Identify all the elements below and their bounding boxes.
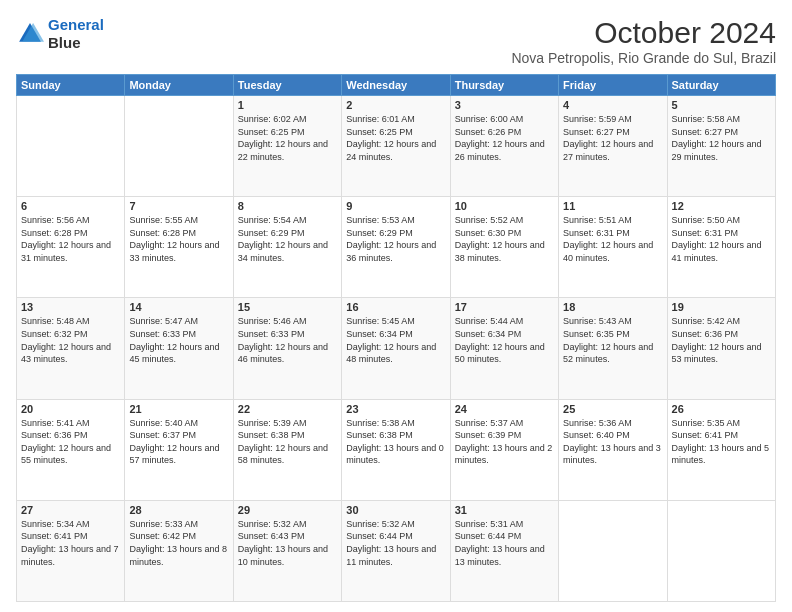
day-number: 22 (238, 403, 337, 415)
calendar-cell: 27Sunrise: 5:34 AMSunset: 6:41 PMDayligh… (17, 500, 125, 601)
day-number: 9 (346, 200, 445, 212)
day-number: 31 (455, 504, 554, 516)
calendar-table: SundayMondayTuesdayWednesdayThursdayFrid… (16, 74, 776, 602)
month-title: October 2024 (511, 16, 776, 50)
day-info: Sunrise: 5:38 AMSunset: 6:38 PMDaylight:… (346, 417, 445, 467)
calendar-cell: 11Sunrise: 5:51 AMSunset: 6:31 PMDayligh… (559, 197, 667, 298)
calendar-cell: 25Sunrise: 5:36 AMSunset: 6:40 PMDayligh… (559, 399, 667, 500)
day-number: 23 (346, 403, 445, 415)
day-number: 20 (21, 403, 120, 415)
day-info: Sunrise: 5:37 AMSunset: 6:39 PMDaylight:… (455, 417, 554, 467)
day-number: 6 (21, 200, 120, 212)
day-number: 2 (346, 99, 445, 111)
calendar-cell: 24Sunrise: 5:37 AMSunset: 6:39 PMDayligh… (450, 399, 558, 500)
day-number: 16 (346, 301, 445, 313)
day-info: Sunrise: 5:40 AMSunset: 6:37 PMDaylight:… (129, 417, 228, 467)
day-info: Sunrise: 5:35 AMSunset: 6:41 PMDaylight:… (672, 417, 771, 467)
day-number: 8 (238, 200, 337, 212)
calendar-cell: 2Sunrise: 6:01 AMSunset: 6:25 PMDaylight… (342, 96, 450, 197)
day-info: Sunrise: 5:48 AMSunset: 6:32 PMDaylight:… (21, 315, 120, 365)
day-info: Sunrise: 5:36 AMSunset: 6:40 PMDaylight:… (563, 417, 662, 467)
calendar-cell: 9Sunrise: 5:53 AMSunset: 6:29 PMDaylight… (342, 197, 450, 298)
calendar-cell: 17Sunrise: 5:44 AMSunset: 6:34 PMDayligh… (450, 298, 558, 399)
weekday-header: Wednesday (342, 75, 450, 96)
weekday-header: Thursday (450, 75, 558, 96)
calendar-cell: 1Sunrise: 6:02 AMSunset: 6:25 PMDaylight… (233, 96, 341, 197)
logo-icon (16, 20, 44, 48)
calendar-cell: 15Sunrise: 5:46 AMSunset: 6:33 PMDayligh… (233, 298, 341, 399)
day-info: Sunrise: 5:53 AMSunset: 6:29 PMDaylight:… (346, 214, 445, 264)
calendar-week-row: 13Sunrise: 5:48 AMSunset: 6:32 PMDayligh… (17, 298, 776, 399)
day-info: Sunrise: 5:42 AMSunset: 6:36 PMDaylight:… (672, 315, 771, 365)
day-info: Sunrise: 5:55 AMSunset: 6:28 PMDaylight:… (129, 214, 228, 264)
day-number: 13 (21, 301, 120, 313)
day-number: 1 (238, 99, 337, 111)
day-info: Sunrise: 5:44 AMSunset: 6:34 PMDaylight:… (455, 315, 554, 365)
calendar-cell: 26Sunrise: 5:35 AMSunset: 6:41 PMDayligh… (667, 399, 775, 500)
day-number: 7 (129, 200, 228, 212)
day-info: Sunrise: 5:45 AMSunset: 6:34 PMDaylight:… (346, 315, 445, 365)
day-number: 15 (238, 301, 337, 313)
title-block: October 2024 Nova Petropolis, Rio Grande… (511, 16, 776, 66)
calendar-cell (125, 96, 233, 197)
calendar-cell: 8Sunrise: 5:54 AMSunset: 6:29 PMDaylight… (233, 197, 341, 298)
day-number: 19 (672, 301, 771, 313)
calendar-cell: 4Sunrise: 5:59 AMSunset: 6:27 PMDaylight… (559, 96, 667, 197)
calendar-cell: 5Sunrise: 5:58 AMSunset: 6:27 PMDaylight… (667, 96, 775, 197)
day-info: Sunrise: 6:00 AMSunset: 6:26 PMDaylight:… (455, 113, 554, 163)
calendar-cell: 23Sunrise: 5:38 AMSunset: 6:38 PMDayligh… (342, 399, 450, 500)
calendar-cell: 16Sunrise: 5:45 AMSunset: 6:34 PMDayligh… (342, 298, 450, 399)
weekday-header: Monday (125, 75, 233, 96)
weekday-header: Saturday (667, 75, 775, 96)
day-info: Sunrise: 6:02 AMSunset: 6:25 PMDaylight:… (238, 113, 337, 163)
calendar-cell: 20Sunrise: 5:41 AMSunset: 6:36 PMDayligh… (17, 399, 125, 500)
page-header: General Blue October 2024 Nova Petropoli… (16, 16, 776, 66)
calendar-cell: 29Sunrise: 5:32 AMSunset: 6:43 PMDayligh… (233, 500, 341, 601)
calendar-week-row: 27Sunrise: 5:34 AMSunset: 6:41 PMDayligh… (17, 500, 776, 601)
calendar-week-row: 1Sunrise: 6:02 AMSunset: 6:25 PMDaylight… (17, 96, 776, 197)
day-number: 5 (672, 99, 771, 111)
calendar-cell: 30Sunrise: 5:32 AMSunset: 6:44 PMDayligh… (342, 500, 450, 601)
calendar-cell: 6Sunrise: 5:56 AMSunset: 6:28 PMDaylight… (17, 197, 125, 298)
day-info: Sunrise: 5:32 AMSunset: 6:43 PMDaylight:… (238, 518, 337, 568)
weekday-header: Friday (559, 75, 667, 96)
day-number: 25 (563, 403, 662, 415)
day-info: Sunrise: 5:33 AMSunset: 6:42 PMDaylight:… (129, 518, 228, 568)
weekday-header: Sunday (17, 75, 125, 96)
day-info: Sunrise: 5:52 AMSunset: 6:30 PMDaylight:… (455, 214, 554, 264)
day-info: Sunrise: 5:32 AMSunset: 6:44 PMDaylight:… (346, 518, 445, 568)
calendar-header-row: SundayMondayTuesdayWednesdayThursdayFrid… (17, 75, 776, 96)
day-number: 10 (455, 200, 554, 212)
day-number: 21 (129, 403, 228, 415)
weekday-header: Tuesday (233, 75, 341, 96)
page-container: General Blue October 2024 Nova Petropoli… (0, 0, 792, 612)
day-info: Sunrise: 5:41 AMSunset: 6:36 PMDaylight:… (21, 417, 120, 467)
day-number: 14 (129, 301, 228, 313)
day-number: 18 (563, 301, 662, 313)
day-number: 3 (455, 99, 554, 111)
calendar-week-row: 6Sunrise: 5:56 AMSunset: 6:28 PMDaylight… (17, 197, 776, 298)
day-number: 26 (672, 403, 771, 415)
day-number: 30 (346, 504, 445, 516)
day-number: 11 (563, 200, 662, 212)
day-number: 4 (563, 99, 662, 111)
day-number: 28 (129, 504, 228, 516)
calendar-cell: 19Sunrise: 5:42 AMSunset: 6:36 PMDayligh… (667, 298, 775, 399)
calendar-cell: 3Sunrise: 6:00 AMSunset: 6:26 PMDaylight… (450, 96, 558, 197)
calendar-cell: 18Sunrise: 5:43 AMSunset: 6:35 PMDayligh… (559, 298, 667, 399)
day-number: 12 (672, 200, 771, 212)
day-info: Sunrise: 6:01 AMSunset: 6:25 PMDaylight:… (346, 113, 445, 163)
day-info: Sunrise: 5:59 AMSunset: 6:27 PMDaylight:… (563, 113, 662, 163)
logo: General Blue (16, 16, 104, 52)
calendar-cell: 28Sunrise: 5:33 AMSunset: 6:42 PMDayligh… (125, 500, 233, 601)
day-info: Sunrise: 5:58 AMSunset: 6:27 PMDaylight:… (672, 113, 771, 163)
day-number: 29 (238, 504, 337, 516)
calendar-cell (559, 500, 667, 601)
calendar-cell: 10Sunrise: 5:52 AMSunset: 6:30 PMDayligh… (450, 197, 558, 298)
calendar-cell: 14Sunrise: 5:47 AMSunset: 6:33 PMDayligh… (125, 298, 233, 399)
day-info: Sunrise: 5:51 AMSunset: 6:31 PMDaylight:… (563, 214, 662, 264)
calendar-cell (667, 500, 775, 601)
day-info: Sunrise: 5:50 AMSunset: 6:31 PMDaylight:… (672, 214, 771, 264)
calendar-cell: 31Sunrise: 5:31 AMSunset: 6:44 PMDayligh… (450, 500, 558, 601)
location-title: Nova Petropolis, Rio Grande do Sul, Braz… (511, 50, 776, 66)
